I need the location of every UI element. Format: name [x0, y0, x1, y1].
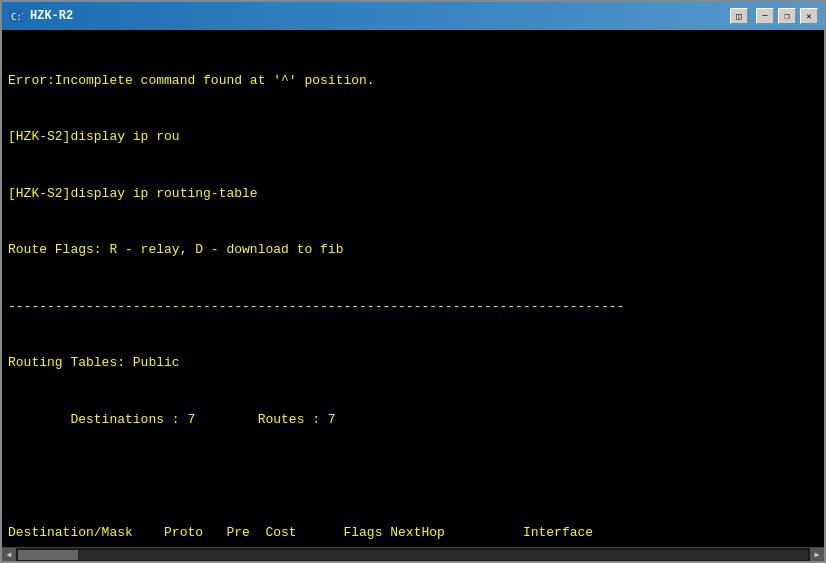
svg-text:C:\: C:\: [11, 12, 23, 22]
close-button[interactable]: ✕: [800, 8, 818, 24]
terminal-blank-1: [8, 467, 818, 486]
restore-button[interactable]: ❐: [778, 8, 796, 24]
terminal-icon: C:\: [8, 8, 24, 24]
window-title: HZK-R2: [30, 9, 730, 23]
window: C:\ HZK-R2 ◫ — ❐ ✕ Error:Incomplete comm…: [0, 0, 826, 563]
terminal-line-3: [HZK-S2]display ip routing-table: [8, 185, 818, 204]
title-bar: C:\ HZK-R2 ◫ — ❐ ✕: [2, 2, 824, 30]
scroll-thumb[interactable]: [18, 550, 78, 560]
terminal-content[interactable]: Error:Incomplete command found at '^' po…: [2, 30, 824, 547]
terminal-separator: ----------------------------------------…: [8, 298, 818, 317]
terminal-line-2: [HZK-S2]display ip rou: [8, 128, 818, 147]
terminal-header: Destination/Mask Proto Pre Cost Flags Ne…: [8, 524, 818, 543]
window-controls: ◫ — ❐ ✕: [730, 8, 818, 24]
minimize-button[interactable]: —: [756, 8, 774, 24]
button-group: ◫: [730, 8, 748, 24]
scroll-right-button[interactable]: ▶: [810, 548, 824, 562]
terminal-line-4: Route Flags: R - relay, D - download to …: [8, 241, 818, 260]
terminal-area: Error:Incomplete command found at '^' po…: [2, 30, 824, 561]
terminal-destinations: Destinations : 7 Routes : 7: [8, 411, 818, 430]
scroll-left-button[interactable]: ◀: [2, 548, 16, 562]
extra-button[interactable]: ◫: [730, 8, 748, 24]
scroll-track[interactable]: [18, 550, 808, 560]
terminal-routing-tables: Routing Tables: Public: [8, 354, 818, 373]
terminal-line-1: Error:Incomplete command found at '^' po…: [8, 72, 818, 91]
horizontal-scrollbar[interactable]: ◀ ▶: [2, 547, 824, 561]
